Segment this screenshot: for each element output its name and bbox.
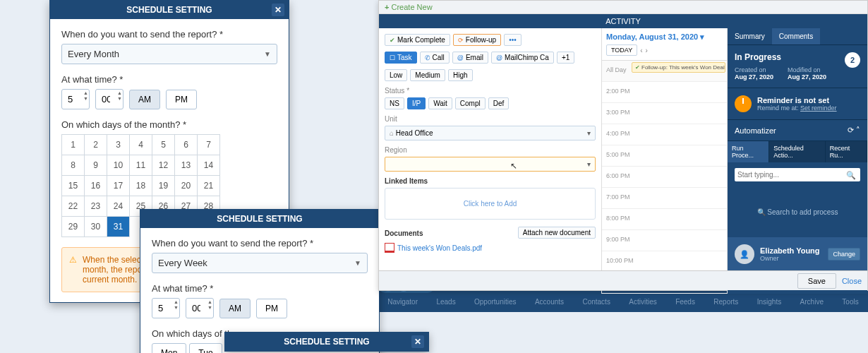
minute-down-icon[interactable]: ▼ — [117, 96, 122, 102]
day-cell[interactable]: 2 — [85, 135, 107, 155]
day-cell[interactable]: 9 — [85, 155, 107, 176]
day-cell[interactable]: 4 — [130, 135, 152, 155]
change-owner-button[interactable]: Change — [828, 248, 860, 261]
search-icon[interactable]: 🔍 — [846, 171, 856, 180]
status-compl[interactable]: Compl — [455, 97, 486, 109]
next-day-icon[interactable]: › — [646, 47, 648, 54]
tab-summary[interactable]: Summary — [728, 28, 772, 44]
task-button[interactable]: ☐Task — [385, 52, 417, 64]
status-wait[interactable]: Wait — [428, 97, 452, 109]
calendar-event[interactable]: ✔Follow-up: This week's Won Deals — [632, 62, 725, 73]
day-cell[interactable]: 21 — [198, 176, 220, 196]
activity-sidebar: Summary Comments In Progress 2 Created o… — [728, 28, 867, 294]
attach-document-button[interactable]: Attach new document — [518, 227, 596, 239]
time-slot[interactable]: 10:00 PM — [602, 251, 727, 273]
day-cell[interactable]: 14 — [198, 155, 220, 176]
pm-button[interactable]: PM — [256, 299, 287, 318]
day-cell-selected[interactable]: 31 — [107, 217, 130, 237]
pdf-icon — [385, 243, 394, 253]
save-button[interactable]: Save — [797, 273, 836, 289]
day-cell[interactable]: 5 — [152, 135, 175, 155]
region-select[interactable]: ▾ — [385, 157, 596, 172]
minute-up-icon[interactable]: ▲ — [117, 90, 122, 96]
unit-select[interactable]: ⌂ Head Office ▾ — [385, 126, 596, 140]
time-slot[interactable]: 5:00 PM — [602, 145, 727, 167]
time-slot[interactable]: 6:00 PM — [602, 167, 727, 188]
subtab-scheduled[interactable]: Scheduled Actio... — [769, 141, 826, 162]
priority-medium[interactable]: Medium — [410, 69, 445, 81]
am-button[interactable]: AM — [219, 299, 251, 318]
tab-comments[interactable]: Comments — [772, 28, 820, 44]
close-icon[interactable]: ✕ — [411, 335, 424, 348]
day-cell[interactable]: 15 — [62, 176, 85, 196]
call-button[interactable]: ✆Call — [420, 52, 450, 64]
day-cell[interactable]: 11 — [130, 155, 152, 176]
mark-complete-button[interactable]: ✔Mark Complete — [385, 34, 450, 46]
weekday-mon[interactable]: Mon — [152, 343, 186, 353]
calendar-date[interactable]: Monday, August 31, 2020 ▾ — [606, 32, 723, 42]
prev-day-icon[interactable]: ‹ — [640, 47, 642, 54]
day-cell[interactable]: 3 — [107, 135, 130, 155]
allday-slot[interactable]: All Day ✔Follow-up: This week's Won Deal… — [602, 61, 727, 82]
day-cell[interactable]: 19 — [152, 176, 175, 196]
warning-icon: ⚠ — [69, 255, 77, 285]
hour-down-icon[interactable]: ▼ — [83, 96, 88, 102]
linked-items-add[interactable]: Click here to Add — [385, 188, 596, 220]
frequency-select[interactable]: Every Month ▼ — [61, 44, 277, 64]
status-def[interactable]: Def — [488, 97, 510, 109]
day-cell[interactable]: 10 — [107, 155, 130, 176]
minute-down-icon[interactable]: ▼ — [207, 305, 212, 311]
frequency-select[interactable]: Every Week ▼ — [152, 253, 368, 273]
chevron-up-icon[interactable]: ˄ — [856, 126, 860, 134]
close-link[interactable]: Close — [842, 277, 862, 285]
day-cell[interactable]: 16 — [85, 176, 107, 196]
day-cell[interactable]: 7 — [198, 135, 220, 155]
follow-up-button[interactable]: ⟳Follow-up — [453, 34, 501, 46]
day-cell[interactable]: 29 — [62, 217, 85, 237]
chevron-down-icon: ▾ — [700, 32, 704, 41]
close-icon[interactable]: ✕ — [272, 4, 284, 16]
mailchimp-button[interactable]: @MailChimp Ca — [491, 52, 554, 64]
priority-high[interactable]: High — [448, 69, 473, 81]
day-cell[interactable]: 20 — [175, 176, 198, 196]
time-slot[interactable]: 8:00 PM — [602, 209, 727, 230]
day-cell[interactable]: 12 — [152, 155, 175, 176]
process-search-input[interactable] — [735, 168, 860, 181]
pm-button[interactable]: PM — [166, 90, 197, 109]
email-button[interactable]: @Email — [452, 52, 488, 64]
refresh-icon[interactable]: ⟳ — [848, 126, 854, 134]
day-cell[interactable]: 23 — [85, 196, 107, 217]
day-cell[interactable]: 24 — [107, 196, 130, 217]
time-slot[interactable]: 3:00 PM — [602, 103, 727, 124]
day-cell[interactable]: 6 — [175, 135, 198, 155]
time-slot[interactable]: 9:00 PM — [602, 230, 727, 251]
priority-low[interactable]: Low — [385, 69, 407, 81]
hour-up-icon[interactable]: ▲ — [174, 299, 179, 305]
day-cell[interactable]: 22 — [62, 196, 85, 217]
day-cell[interactable]: 18 — [130, 176, 152, 196]
hour-down-icon[interactable]: ▼ — [174, 305, 179, 311]
status-ns[interactable]: NS — [385, 97, 404, 109]
day-cell[interactable]: 8 — [62, 155, 85, 176]
day-cell[interactable]: 13 — [175, 155, 198, 176]
minute-up-icon[interactable]: ▲ — [207, 299, 212, 305]
more-button[interactable]: ••• — [504, 34, 522, 46]
subtab-run[interactable]: Run Proce... — [728, 141, 769, 162]
set-reminder-link[interactable]: Set reminder — [800, 104, 837, 112]
status-ip[interactable]: I/P — [407, 97, 426, 109]
day-cell[interactable]: 30 — [85, 217, 107, 237]
day-cell[interactable]: 17 — [107, 176, 130, 196]
time-slot[interactable]: 2:00 PM — [602, 82, 727, 103]
create-new-bar[interactable]: + Create New — [379, 1, 867, 14]
time-slot[interactable]: 4:00 PM — [602, 124, 727, 145]
region-label: Region — [385, 146, 596, 154]
hour-up-icon[interactable]: ▲ — [83, 90, 88, 96]
day-cell[interactable]: 1 — [62, 135, 85, 155]
more-types-button[interactable]: +1 — [557, 52, 574, 64]
am-button[interactable]: AM — [129, 90, 160, 109]
today-button[interactable]: TODAY — [606, 44, 637, 56]
document-item[interactable]: This week's Won Deals.pdf — [385, 243, 596, 253]
time-slot[interactable]: 7:00 PM — [602, 188, 727, 209]
subtab-recent[interactable]: Recent Ru... — [826, 141, 867, 162]
weekday-tue[interactable]: Tue — [189, 343, 222, 353]
